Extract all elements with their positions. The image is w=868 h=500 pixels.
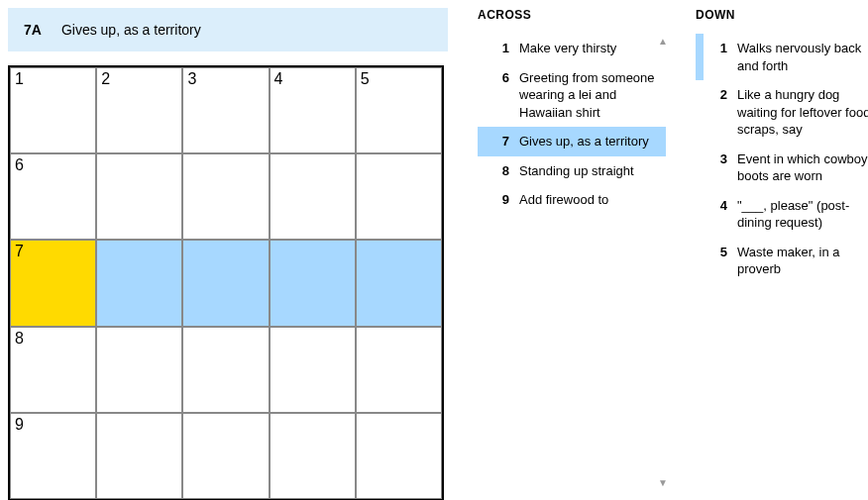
grid-cell[interactable]: 5 xyxy=(356,67,442,153)
grid-cell[interactable] xyxy=(96,240,182,326)
grid-cell[interactable] xyxy=(182,413,269,499)
across-clue-item[interactable]: 6Greeting from someone wearing a lei and… xyxy=(478,63,666,128)
clue-text: Waste maker, in a proverb xyxy=(737,244,868,278)
grid-cell[interactable]: 9 xyxy=(10,413,96,499)
clue-text: Add firewood to xyxy=(519,191,608,209)
left-panel: 7A Gives up, as a territory 123456789 xyxy=(8,8,448,500)
cell-number: 2 xyxy=(101,70,110,88)
clue-number: 2 xyxy=(711,86,727,139)
crossword-grid[interactable]: 123456789 xyxy=(8,65,444,500)
crossword-container: 7A Gives up, as a territory 123456789 AC… xyxy=(8,8,860,500)
across-clue-item[interactable]: 1Make very thirsty xyxy=(478,34,666,63)
down-clue-item[interactable]: 1Walks nervously back and forth xyxy=(696,34,868,80)
cell-number: 4 xyxy=(274,70,283,88)
grid-cell[interactable]: 8 xyxy=(10,327,96,413)
clue-number: 8 xyxy=(493,162,509,180)
grid-cell[interactable] xyxy=(96,327,182,413)
across-list[interactable]: 1Make very thirsty6Greeting from someone… xyxy=(478,34,666,489)
cell-number: 8 xyxy=(15,330,24,348)
clue-number: 7 xyxy=(493,133,509,150)
clue-text: Event in which cowboy boots are worn xyxy=(737,150,868,185)
clue-number: 4 xyxy=(711,197,727,232)
grid-cell[interactable] xyxy=(270,153,356,240)
grid-cell[interactable]: 6 xyxy=(10,153,96,240)
down-clue-item[interactable]: 4"___, please" (post-dining request) xyxy=(696,191,868,238)
current-clue-label: 7A xyxy=(24,22,42,38)
across-list-wrap: ▲ 1Make very thirsty6Greeting from someo… xyxy=(478,34,666,489)
grid-cell[interactable] xyxy=(356,240,442,326)
grid-cell[interactable] xyxy=(270,327,356,413)
grid-cell[interactable]: 3 xyxy=(182,67,269,153)
grid-cell[interactable] xyxy=(270,413,356,499)
across-clue-item[interactable]: 9Add firewood to xyxy=(478,185,666,215)
grid-cell[interactable] xyxy=(356,327,442,413)
grid-cell[interactable] xyxy=(96,413,182,499)
cell-number: 7 xyxy=(15,243,24,260)
current-clue-text: Gives up, as a territory xyxy=(61,22,201,38)
clue-number: 1 xyxy=(711,40,727,74)
across-clue-item[interactable]: 7Gives up, as a territory xyxy=(478,127,666,156)
down-header: DOWN xyxy=(696,8,868,30)
grid-cell[interactable]: 1 xyxy=(10,67,96,153)
clue-number: 1 xyxy=(493,40,509,57)
clue-number: 6 xyxy=(493,69,509,122)
current-clue-bar[interactable]: 7A Gives up, as a territory xyxy=(8,8,448,51)
grid-cell[interactable]: 2 xyxy=(96,67,182,153)
cell-number: 9 xyxy=(15,416,24,434)
scroll-down-icon[interactable]: ▼ xyxy=(656,475,670,489)
cell-number: 5 xyxy=(361,70,370,88)
down-list-wrap: ▲ 1Walks nervously back and forth2Like a… xyxy=(696,34,868,489)
clue-number: 9 xyxy=(493,191,509,209)
cell-number: 1 xyxy=(15,70,24,88)
clue-text: Greeting from someone wearing a lei and … xyxy=(519,69,658,122)
clue-number: 3 xyxy=(711,150,727,185)
clue-text: Make very thirsty xyxy=(519,40,616,57)
scroll-up-icon[interactable]: ▲ xyxy=(656,34,670,48)
cell-number: 6 xyxy=(15,156,24,174)
grid-cell[interactable] xyxy=(270,240,356,326)
grid-cell[interactable] xyxy=(356,153,442,240)
down-clue-item[interactable]: 5Waste maker, in a proverb xyxy=(696,238,868,284)
grid-cell[interactable] xyxy=(182,153,269,240)
grid-cell[interactable]: 7 xyxy=(10,240,96,326)
grid-cell[interactable] xyxy=(96,153,182,240)
clue-text: Gives up, as a territory xyxy=(519,133,649,150)
clue-text: "___, please" (post-dining request) xyxy=(737,197,868,232)
across-header: ACROSS xyxy=(478,8,666,30)
clue-text: Standing up straight xyxy=(519,162,634,180)
down-clue-item[interactable]: 2Like a hungry dog waiting for leftover … xyxy=(696,80,868,145)
clue-text: Like a hungry dog waiting for leftover f… xyxy=(737,86,868,139)
grid-cell[interactable] xyxy=(356,413,442,499)
down-column: DOWN ▲ 1Walks nervously back and forth2L… xyxy=(696,8,868,489)
clue-number: 5 xyxy=(711,244,727,278)
across-column: ACROSS ▲ 1Make very thirsty6Greeting fro… xyxy=(478,8,666,489)
down-clue-item[interactable]: 3Event in which cowboy boots are worn xyxy=(696,145,868,191)
grid-cell[interactable] xyxy=(182,327,269,413)
clue-text: Walks nervously back and forth xyxy=(737,40,868,74)
down-list[interactable]: 1Walks nervously back and forth2Like a h… xyxy=(696,34,868,489)
cell-number: 3 xyxy=(187,70,196,88)
grid-cell[interactable] xyxy=(182,240,269,326)
grid-cell[interactable]: 4 xyxy=(270,67,356,153)
across-clue-item[interactable]: 8Standing up straight xyxy=(478,156,666,186)
